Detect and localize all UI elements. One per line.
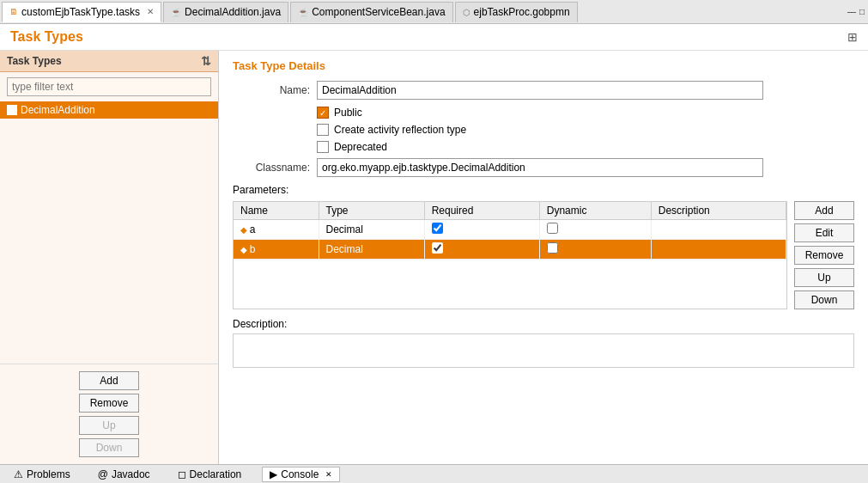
classname-label: Classname: bbox=[233, 162, 310, 174]
component-java-icon: ☕ bbox=[298, 8, 308, 17]
params-down-button[interactable]: Down bbox=[794, 290, 854, 309]
ejbtask-bpmn-icon: ⬡ bbox=[463, 8, 470, 17]
param-dynamic-checkbox[interactable] bbox=[547, 242, 558, 254]
list-item-decimal[interactable]: DecimalAddition bbox=[0, 101, 218, 119]
param-dynamic-checkbox[interactable] bbox=[547, 223, 558, 234]
grid-icon[interactable]: ⊞ bbox=[847, 30, 858, 44]
console-label: Console bbox=[281, 468, 319, 480]
window-controls: — □ bbox=[847, 7, 868, 16]
javadoc-label: Javadoc bbox=[112, 468, 150, 480]
parameters-label-row: Parameters: bbox=[233, 184, 854, 196]
table-row[interactable]: ◆ aDecimal bbox=[234, 220, 786, 240]
param-required-cell bbox=[424, 220, 539, 240]
col-name: Name bbox=[234, 202, 319, 220]
col-required: Required bbox=[424, 202, 539, 220]
create-activity-row: Create activity reflection type bbox=[317, 124, 854, 136]
public-label: Public bbox=[334, 107, 362, 119]
param-dynamic-cell bbox=[539, 220, 651, 240]
param-required-checkbox[interactable] bbox=[432, 242, 443, 254]
left-panel-header: Task Types ⇅ bbox=[0, 51, 218, 72]
tab-tasks-label: customEjbTaskType.tasks bbox=[21, 6, 140, 18]
tasks-file-icon: 🗎 bbox=[9, 7, 18, 16]
tab-ejbtask-label: ejbTaskProc.gobpmn bbox=[474, 6, 570, 18]
status-tab-javadoc[interactable]: @ Javadoc bbox=[91, 467, 157, 482]
left-remove-button[interactable]: Remove bbox=[79, 394, 139, 413]
declaration-label: Declaration bbox=[190, 468, 242, 480]
name-label: Name: bbox=[233, 84, 310, 96]
params-add-button[interactable]: Add bbox=[794, 201, 854, 220]
params-table-wrapper: Name Type Required Dynamic Description ◆… bbox=[233, 201, 787, 309]
left-buttons: Add Remove Up Down bbox=[0, 364, 218, 464]
tab-tasks-close[interactable]: ✕ bbox=[147, 7, 154, 16]
console-close-icon[interactable]: ✕ bbox=[325, 470, 332, 479]
table-row[interactable]: ◆ bDecimal bbox=[234, 240, 786, 260]
main-area: Task Types ⊞ Task Types ⇅ DecimalAdditio… bbox=[0, 24, 868, 464]
minimize-button[interactable]: — bbox=[847, 7, 856, 16]
section-title: Task Type Details bbox=[233, 59, 854, 72]
tab-bar: 🗎 customEjbTaskType.tasks ✕ ☕ DecimalAdd… bbox=[0, 0, 868, 24]
tab-component[interactable]: ☕ ComponentServiceBean.java bbox=[290, 2, 452, 22]
param-description-cell bbox=[651, 220, 786, 240]
param-name-cell: ◆ a bbox=[234, 220, 319, 240]
problems-label: Problems bbox=[27, 468, 70, 480]
param-type-cell: Decimal bbox=[319, 220, 424, 240]
param-name-cell: ◆ b bbox=[234, 240, 319, 260]
create-activity-checkbox[interactable] bbox=[317, 124, 329, 136]
problems-icon: ⚠ bbox=[14, 468, 23, 480]
public-row: Public bbox=[317, 107, 854, 119]
public-checkbox[interactable] bbox=[317, 107, 329, 119]
left-panel: Task Types ⇅ DecimalAddition Add Remove … bbox=[0, 51, 219, 464]
deprecated-row: Deprecated bbox=[317, 141, 854, 153]
name-input[interactable] bbox=[317, 81, 763, 100]
params-table: Name Type Required Dynamic Description ◆… bbox=[234, 202, 786, 260]
diamond-icon: ◆ bbox=[240, 225, 250, 235]
tab-tasks[interactable]: 🗎 customEjbTaskType.tasks ✕ bbox=[2, 2, 161, 22]
left-panel-title: Task Types bbox=[7, 55, 62, 67]
status-tab-console[interactable]: ▶ Console ✕ bbox=[262, 467, 340, 482]
status-tab-problems[interactable]: ⚠ Problems bbox=[7, 467, 77, 482]
deprecated-checkbox[interactable] bbox=[317, 141, 329, 153]
status-bar: ⚠ Problems @ Javadoc ◻ Declaration ▶ Con… bbox=[0, 464, 868, 483]
list-item-icon bbox=[7, 105, 17, 115]
declaration-icon: ◻ bbox=[178, 468, 186, 480]
left-add-button[interactable]: Add bbox=[79, 371, 139, 390]
content-panels: Task Types ⇅ DecimalAddition Add Remove … bbox=[0, 51, 868, 464]
param-description-cell bbox=[651, 240, 786, 260]
description-textarea[interactable] bbox=[233, 333, 854, 368]
diamond-icon: ◆ bbox=[240, 245, 250, 254]
filter-input[interactable] bbox=[7, 77, 211, 96]
left-up-button[interactable]: Up bbox=[79, 416, 139, 435]
col-dynamic: Dynamic bbox=[539, 202, 651, 220]
params-up-button[interactable]: Up bbox=[794, 268, 854, 287]
param-type-cell: Decimal bbox=[319, 240, 424, 260]
tab-ejbtask[interactable]: ⬡ ejbTaskProc.gobpmn bbox=[455, 2, 578, 22]
maximize-button[interactable]: □ bbox=[859, 7, 865, 16]
params-section: Name Type Required Dynamic Description ◆… bbox=[233, 201, 854, 309]
deprecated-label: Deprecated bbox=[334, 141, 387, 153]
decimal-java-icon: ☕ bbox=[171, 8, 181, 17]
classname-row: Classname: bbox=[233, 158, 854, 177]
params-remove-button[interactable]: Remove bbox=[794, 246, 854, 265]
name-row: Name: bbox=[233, 81, 854, 100]
console-icon: ▶ bbox=[270, 468, 277, 480]
tab-decimal-label: DecimalAddition.java bbox=[185, 6, 281, 18]
param-required-cell bbox=[424, 240, 539, 260]
list-item-label: DecimalAddition bbox=[21, 104, 95, 116]
params-edit-button[interactable]: Edit bbox=[794, 223, 854, 242]
tab-decimal[interactable]: ☕ DecimalAddition.java bbox=[163, 2, 288, 22]
parameters-label: Parameters: bbox=[233, 184, 288, 196]
description-label: Description: bbox=[233, 318, 854, 330]
javadoc-icon: @ bbox=[98, 468, 108, 480]
left-down-button[interactable]: Down bbox=[79, 438, 139, 457]
page-title: Task Types bbox=[10, 29, 83, 45]
right-panel: Task Type Details Name: Public Create ac… bbox=[219, 51, 868, 464]
status-tab-declaration[interactable]: ◻ Declaration bbox=[171, 467, 249, 482]
params-buttons: Add Edit Remove Up Down bbox=[794, 201, 854, 309]
col-type: Type bbox=[319, 202, 424, 220]
param-required-checkbox[interactable] bbox=[432, 223, 443, 234]
page-title-bar: Task Types ⊞ bbox=[0, 24, 868, 51]
sort-icon[interactable]: ⇅ bbox=[201, 54, 211, 68]
create-activity-label: Create activity reflection type bbox=[334, 124, 466, 136]
classname-input[interactable] bbox=[317, 158, 763, 177]
col-description: Description bbox=[651, 202, 786, 220]
